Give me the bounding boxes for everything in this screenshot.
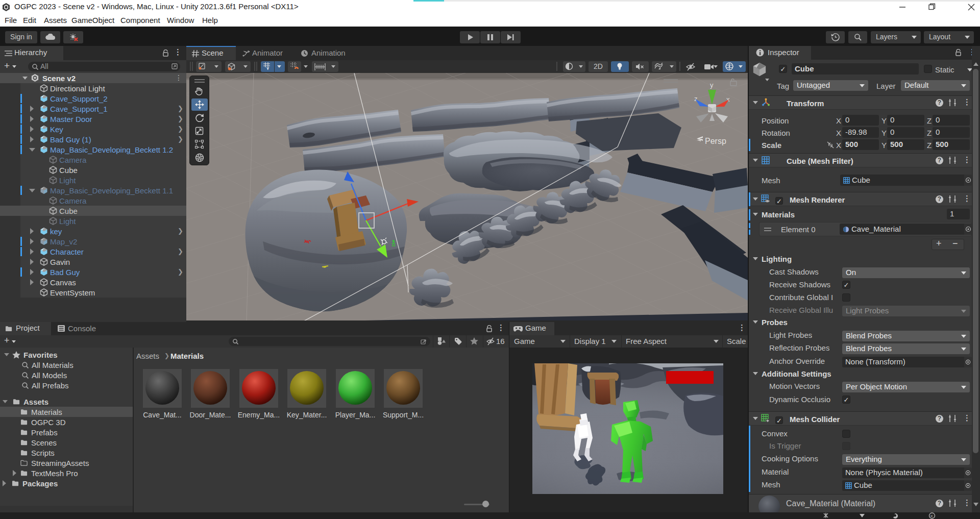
svg-text:Y: Y xyxy=(266,66,270,70)
svg-text:K: K xyxy=(930,514,934,518)
svg-text:y: y xyxy=(710,81,714,89)
svg-text:Persp: Persp xyxy=(705,137,726,145)
